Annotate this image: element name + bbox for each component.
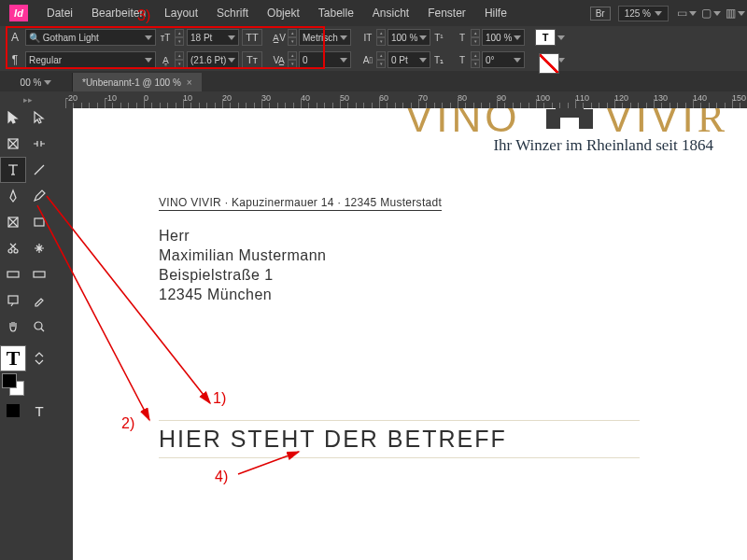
subscript-icon[interactable]: T₁ (432, 53, 445, 66)
default-fill-stroke-icon[interactable] (26, 371, 52, 398)
superscript-icon[interactable]: T¹ (432, 31, 445, 44)
hscale-stepper[interactable]: ▴▾ (471, 29, 480, 46)
app-logo-icon: Id (9, 5, 28, 21)
text-fill-indicator[interactable]: T (0, 345, 26, 371)
font-size-field[interactable]: 18 Pt (187, 29, 239, 46)
skew-icon: T (456, 53, 469, 66)
skew-field[interactable]: 0° (482, 51, 525, 68)
document-tab[interactable]: *Unbenannt-1 @ 100 %× (73, 73, 202, 91)
leading-stepper[interactable]: ▴▾ (175, 51, 184, 68)
tracking-field[interactable]: 0 (299, 51, 351, 68)
type-tool[interactable] (0, 157, 26, 183)
sender-line: VINO VIVIR · Kapuzinermauer 14 · 12345 M… (159, 196, 442, 211)
character-formatting-icon[interactable]: A (7, 31, 22, 44)
menu-schrift[interactable]: Schrift (207, 7, 258, 20)
fill-stroke-swatch[interactable] (0, 371, 26, 398)
pen-tool[interactable] (0, 183, 26, 209)
rectangle-tool[interactable] (26, 209, 52, 235)
kerning-icon: A̲V (273, 31, 286, 44)
font-size-stepper[interactable]: ▴▾ (175, 29, 184, 46)
hscale-field[interactable]: 100 % (482, 29, 525, 46)
menu-datei[interactable]: Datei (37, 7, 82, 20)
gradient-swatch-tool[interactable] (0, 261, 26, 287)
no-fill-button[interactable] (539, 53, 559, 74)
pencil-tool[interactable] (26, 183, 52, 209)
tracking-icon: VA̲ (273, 53, 286, 66)
menu-hilfe[interactable]: Hilfe (475, 7, 516, 20)
control-panel: A 🔍 Gotham Light тT ▴▾ 18 Pt TT A̲V ▴▾ M… (0, 26, 747, 71)
vscale-stepper[interactable]: ▴▾ (376, 29, 386, 46)
transform-tool[interactable] (26, 235, 52, 261)
close-tab-icon[interactable]: × (187, 77, 192, 88)
kerning-stepper[interactable]: ▴▾ (288, 29, 297, 46)
font-style-dropdown[interactable]: Regular (25, 51, 156, 68)
zoom-tool[interactable] (26, 314, 52, 340)
menu-bar: Id Datei Bearbeiten Layout Schrift Objek… (0, 0, 747, 26)
menu-objekt[interactable]: Objekt (258, 7, 309, 20)
subject-text[interactable]: HIER STEHT DER BETREFF (159, 421, 640, 457)
menu-tabelle[interactable]: Tabelle (309, 7, 363, 20)
eyedropper-tool[interactable] (26, 287, 52, 314)
arrange-docs-icon[interactable]: ▥ (725, 4, 745, 22)
document-tab-bar: 00 % *Unbenannt-1 @ 100 %× (0, 71, 747, 91)
zoom-readout: 00 % (0, 73, 73, 91)
menu-bearbeiten[interactable]: Bearbeiten (82, 7, 155, 20)
leading-icon: A͇ (159, 53, 172, 66)
horizontal-ruler[interactable]: -20-100102030405060708090100110120130140… (56, 91, 747, 108)
formatting-container-icon[interactable]: T (26, 398, 52, 424)
baseline-stepper[interactable]: ▴▾ (376, 51, 386, 68)
selection-tool[interactable] (0, 105, 26, 131)
svg-point-3 (8, 249, 12, 253)
svg-rect-2 (35, 218, 44, 226)
tracking-stepper[interactable]: ▴▾ (288, 51, 297, 68)
page-tool[interactable] (0, 131, 26, 157)
svg-rect-6 (34, 272, 45, 277)
scissors-tool[interactable] (0, 235, 26, 261)
svg-rect-7 (8, 296, 18, 303)
skew-stepper[interactable]: ▴▾ (471, 51, 480, 68)
vertical-ruler[interactable] (56, 108, 73, 560)
menu-fenster[interactable]: Fenster (418, 7, 475, 20)
gap-tool[interactable] (26, 131, 52, 157)
line-tool[interactable] (26, 157, 52, 183)
font-family-dropdown[interactable]: 🔍 Gotham Light (25, 29, 156, 46)
document-canvas[interactable]: VINO VIVIR Ihr Winzer im Rheinland seit … (73, 108, 747, 560)
vscale-icon: IT (361, 31, 374, 44)
rectangle-frame-tool[interactable] (0, 209, 26, 235)
bridge-button[interactable]: Br (590, 7, 611, 21)
paragraph-formatting-icon[interactable]: ¶ (7, 53, 22, 66)
view-options-icon[interactable]: ▭ (676, 4, 697, 22)
svg-point-8 (35, 322, 42, 329)
address-block: Herr Maximilian Mustermann Beispielstraß… (159, 226, 326, 304)
svg-rect-5 (7, 272, 19, 277)
all-caps-button[interactable]: TT (242, 29, 262, 46)
tagline-text: Ihr Winzer im Rheinland seit 1864 (493, 136, 713, 155)
apply-color-button[interactable] (0, 398, 26, 424)
fill-text-button[interactable]: T (535, 29, 556, 46)
direct-selection-tool[interactable] (26, 105, 52, 131)
kerning-field[interactable]: Metrisch (299, 29, 351, 46)
menu-layout[interactable]: Layout (155, 7, 207, 20)
svg-point-4 (14, 249, 18, 253)
swap-fill-stroke-icon[interactable] (26, 345, 52, 371)
gradient-feather-tool[interactable] (26, 261, 52, 287)
subject-block: HIER STEHT DER BETREFF (159, 420, 640, 458)
hand-tool[interactable] (0, 314, 26, 340)
menu-ansicht[interactable]: Ansicht (363, 7, 418, 20)
leading-field[interactable]: (21.6 Pt) (187, 51, 239, 68)
zoom-level-dropdown[interactable]: 125 % (618, 6, 669, 21)
note-tool[interactable] (0, 287, 26, 314)
baseline-field[interactable]: 0 Pt (388, 51, 430, 68)
hscale-icon: T (456, 31, 469, 44)
baseline-icon: Aͣ (361, 53, 374, 66)
vscale-field[interactable]: 100 % (388, 29, 430, 46)
font-size-icon: тT (159, 31, 172, 44)
tool-panel: ▸▸ T T (0, 91, 56, 560)
small-caps-button[interactable]: Tт (242, 51, 262, 68)
screen-mode-icon[interactable]: ▢ (700, 4, 721, 22)
